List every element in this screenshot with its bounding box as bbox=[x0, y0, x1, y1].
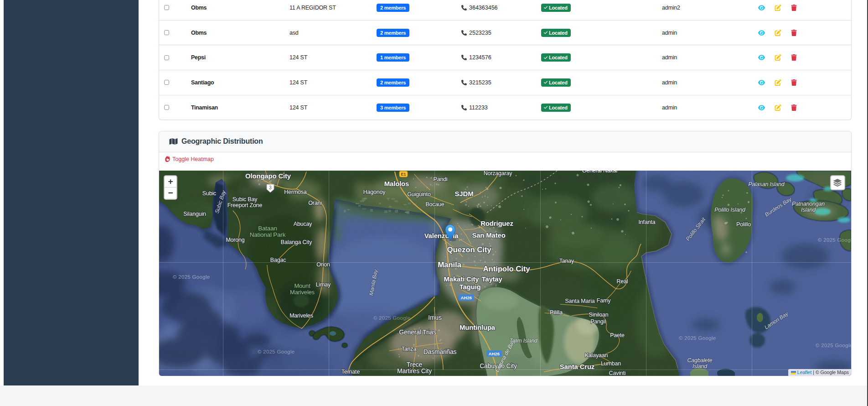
svg-text:Silanguin: Silanguin bbox=[183, 211, 206, 217]
svg-text:Bataan: Bataan bbox=[258, 225, 277, 232]
svg-text:AH26: AH26 bbox=[489, 351, 500, 356]
svg-text:Abucay: Abucay bbox=[294, 221, 312, 227]
svg-text:Tanay: Tanay bbox=[559, 258, 574, 264]
svg-text:Hermosa: Hermosa bbox=[284, 189, 307, 195]
svg-text:© 2025 Google: © 2025 Google bbox=[816, 343, 851, 348]
svg-text:Taguig: Taguig bbox=[460, 283, 481, 291]
svg-text:Polillo Island: Polillo Island bbox=[714, 207, 746, 213]
svg-text:Island: Island bbox=[692, 363, 708, 370]
svg-text:Lumban: Lumban bbox=[601, 360, 621, 367]
svg-text:Talim Island: Talim Island bbox=[509, 338, 537, 344]
svg-text:San Mateo: San Mateo bbox=[472, 231, 505, 239]
svg-text:Cagbalete: Cagbalete bbox=[687, 357, 712, 364]
svg-text:3: 3 bbox=[269, 185, 272, 190]
svg-text:Bagac: Bagac bbox=[270, 257, 286, 263]
svg-text:General Trias: General Trias bbox=[399, 328, 436, 336]
svg-text:Antipolo City: Antipolo City bbox=[483, 265, 530, 273]
svg-text:Limay: Limay bbox=[316, 281, 331, 288]
svg-text:Pandi: Pandi bbox=[434, 176, 448, 182]
svg-text:Balanga City: Balanga City bbox=[281, 239, 312, 245]
svg-text:Morong: Morong bbox=[226, 237, 244, 243]
svg-text:National Park: National Park bbox=[250, 231, 286, 238]
svg-text:Santa Maria: Santa Maria bbox=[565, 298, 594, 304]
svg-text:Tanza: Tanza bbox=[402, 346, 417, 352]
svg-text:E1: E1 bbox=[401, 172, 406, 177]
svg-text:Paete: Paete bbox=[610, 332, 625, 338]
svg-text:Taytay: Taytay bbox=[481, 275, 502, 283]
svg-text:Makati City: Makati City bbox=[444, 275, 480, 283]
svg-text:Cavinti: Cavinti bbox=[609, 370, 626, 376]
svg-text:Rodriguez: Rodriguez bbox=[480, 219, 513, 227]
svg-text:© 2025 Google: © 2025 Google bbox=[258, 349, 294, 354]
svg-text:Mariveles: Mariveles bbox=[290, 289, 315, 296]
svg-text:© 2025 Google: © 2025 Google bbox=[818, 237, 851, 243]
svg-text:Muntinlupa: Muntinlupa bbox=[460, 323, 496, 331]
svg-text:Subic Bay: Subic Bay bbox=[232, 196, 258, 203]
svg-text:Santa Cruz: Santa Cruz bbox=[560, 363, 594, 370]
svg-text:AH26: AH26 bbox=[461, 295, 472, 300]
svg-text:Pangil: Pangil bbox=[590, 318, 606, 325]
svg-text:SJDM: SJDM bbox=[455, 190, 474, 198]
svg-text:Bocaue: Bocaue bbox=[425, 201, 444, 208]
svg-text:Manila: Manila bbox=[438, 260, 461, 269]
svg-text:Mount: Mount bbox=[294, 282, 310, 289]
svg-text:Patnanongan: Patnanongan bbox=[792, 201, 825, 207]
svg-text:Real: Real bbox=[617, 278, 628, 285]
svg-text:Orani: Orani bbox=[308, 200, 322, 206]
svg-text:Orion: Orion bbox=[316, 261, 330, 268]
svg-text:© 2025 Google: © 2025 Google bbox=[679, 335, 716, 341]
svg-text:Palasan Island: Palasan Island bbox=[748, 181, 785, 187]
svg-text:Ternate: Ternate bbox=[341, 369, 360, 375]
svg-text:Mariveles: Mariveles bbox=[289, 312, 313, 319]
svg-text:© 2025 Google: © 2025 Google bbox=[373, 315, 410, 321]
svg-text:Quezon City: Quezon City bbox=[447, 245, 492, 254]
svg-text:© 2025 Google: © 2025 Google bbox=[173, 274, 210, 280]
svg-text:Famy: Famy bbox=[597, 297, 611, 304]
svg-text:Hagonoy: Hagonoy bbox=[363, 189, 386, 195]
svg-text:Kalayaan: Kalayaan bbox=[585, 352, 608, 359]
svg-text:General Nakar: General Nakar bbox=[582, 171, 618, 174]
svg-text:Guiguinto: Guiguinto bbox=[407, 191, 431, 198]
svg-text:Pililla: Pililla bbox=[550, 309, 563, 316]
svg-text:Polillo: Polillo bbox=[736, 221, 751, 228]
svg-text:Malolos: Malolos bbox=[384, 180, 409, 187]
svg-text:Subic: Subic bbox=[202, 190, 216, 197]
svg-text:Island: Island bbox=[801, 207, 816, 213]
svg-text:Norzagaray: Norzagaray bbox=[484, 171, 513, 177]
svg-text:Imus: Imus bbox=[428, 314, 442, 321]
svg-text:Olongapo City: Olongapo City bbox=[245, 172, 291, 180]
svg-text:Siniloan: Siniloan bbox=[589, 312, 609, 318]
svg-text:Martires City: Martires City bbox=[397, 367, 432, 375]
svg-text:Dasmariñas: Dasmariñas bbox=[424, 348, 457, 355]
svg-text:Freeport Zone: Freeport Zone bbox=[227, 202, 263, 208]
svg-text:Infanta: Infanta bbox=[639, 219, 656, 225]
